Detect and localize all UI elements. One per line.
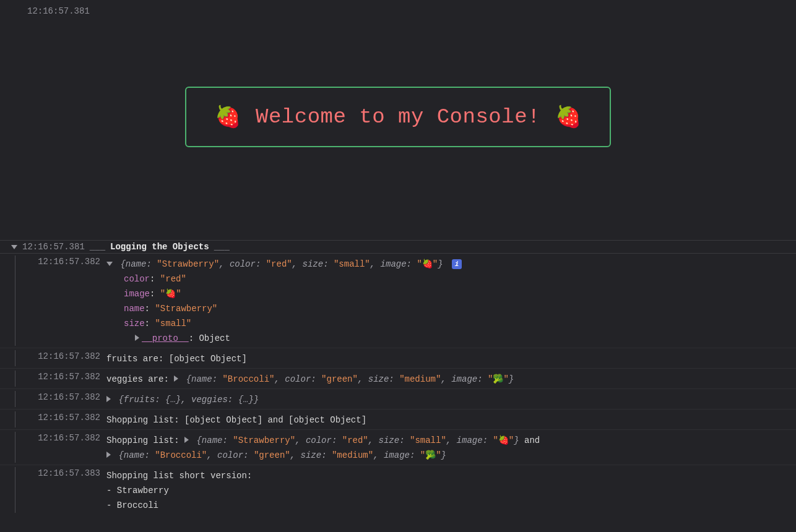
group-dash: ___ [214,242,230,252]
log-line: Shopping list short version: [106,468,796,483]
strawberry-icon: 🍓 [215,104,241,130]
group-gutter [15,411,21,427]
log-content: fruits are: [object Object] [106,350,796,366]
chevron-right-icon[interactable] [174,375,178,382]
log-content: {fruits: {…}, veggies: {…}} [106,391,796,407]
group-gutter [15,391,21,407]
object-summary[interactable]: {name: "Strawberry", color: "red", size:… [196,435,524,445]
group-title: Logging the Objects [110,242,209,252]
group-gutter [15,467,21,513]
group-gutter [15,255,21,346]
banner-text: Welcome to my Console! [256,105,540,129]
log-timestamp: 12:16:57.382 [27,391,100,402]
log-timestamp: 12:16:57.382 [27,411,100,423]
object-summary[interactable]: {name: "Broccoli", color: "green", size:… [186,374,514,384]
console-log-row: 12:16:57.382 {fruits: {…}, veggies: {…}} [0,389,796,410]
object-proto[interactable]: __proto__: Object [124,331,796,346]
chevron-down-icon[interactable] [11,245,17,249]
log-timestamp: 12:16:57.382 [27,350,100,361]
console-log-row: 12:16:57.382 fruits are: [object Object] [0,348,796,369]
object-property[interactable]: image: "🍓" [124,286,796,301]
object-property[interactable]: name: "Strawberry" [124,301,796,316]
log-content: {name: "Strawberry", color: "red", size:… [106,255,796,346]
console-log-row: 12:16:57.382 {name: "Strawberry", color:… [0,254,796,348]
object-property[interactable]: size: "small" [124,316,796,331]
log-suffix: and [524,435,540,445]
object-summary[interactable]: {fruits: {…}, veggies: {…}} [118,395,259,405]
log-prefix: veggies are: [106,374,174,384]
info-icon[interactable]: i [452,259,462,269]
group-gutter [15,350,21,366]
object-property[interactable]: color: "red" [124,272,796,286]
log-timestamp: 12:16:57.382 [27,432,100,443]
log-line: - Broccoli [106,498,796,513]
object-summary[interactable]: {name: "Strawberry", color: "red", size:… [120,259,448,269]
chevron-right-icon[interactable] [135,335,139,341]
console-log-row: 12:16:57.382 Shopping list: [object Obje… [0,410,796,430]
group-gutter [15,432,21,463]
log-timestamp: 12:16:57.382 [27,255,100,267]
log-timestamp: 12:16:57.382 [27,371,100,382]
log-timestamp: 12:16:57.383 [27,467,100,478]
console-panel: 12:16:57.381 🍓 Welcome to my Console! 🍓 … [0,0,796,515]
console-log-row: 12:16:57.383 Shopping list short version… [0,465,796,515]
log-content: veggies are: {name: "Broccoli", color: "… [106,371,796,387]
strawberry-icon: 🍓 [555,104,582,130]
object-properties: color: "red" image: "🍓" name: "Strawberr… [106,272,796,346]
log-content: Shopping list short version: - Strawberr… [106,467,796,513]
chevron-right-icon[interactable] [106,396,111,402]
console-group-body: 12:16:57.382 {name: "Strawberry", color:… [0,254,796,515]
log-prefix: Shopping list: [106,435,184,445]
top-timestamp: 12:16:57.381 [0,4,796,19]
console-group-header[interactable]: 12:16:57.381 ___ Logging the Objects ___ [0,240,796,254]
chevron-down-icon[interactable] [106,262,113,266]
chevron-right-icon[interactable] [106,452,111,458]
chevron-right-icon[interactable] [184,437,189,443]
group-dash: ___ [90,242,105,252]
console-log-row: 12:16:57.382 Shopping list: {name: "Stra… [0,430,796,465]
log-content: Shopping list: [object Object] and [obje… [106,411,796,427]
console-log-row: 12:16:57.382 veggies are: {name: "Brocco… [0,369,796,389]
group-timestamp: 12:16:57.381 [22,242,85,252]
log-line: - Strawberry [106,483,796,498]
object-summary[interactable]: {name: "Broccoli", color: "green", size:… [118,450,446,460]
log-content: Shopping list: {name: "Strawberry", colo… [106,432,796,463]
banner-row: 🍓 Welcome to my Console! 🍓 [0,19,796,240]
welcome-banner: 🍓 Welcome to my Console! 🍓 [185,87,612,147]
group-gutter [15,371,21,387]
